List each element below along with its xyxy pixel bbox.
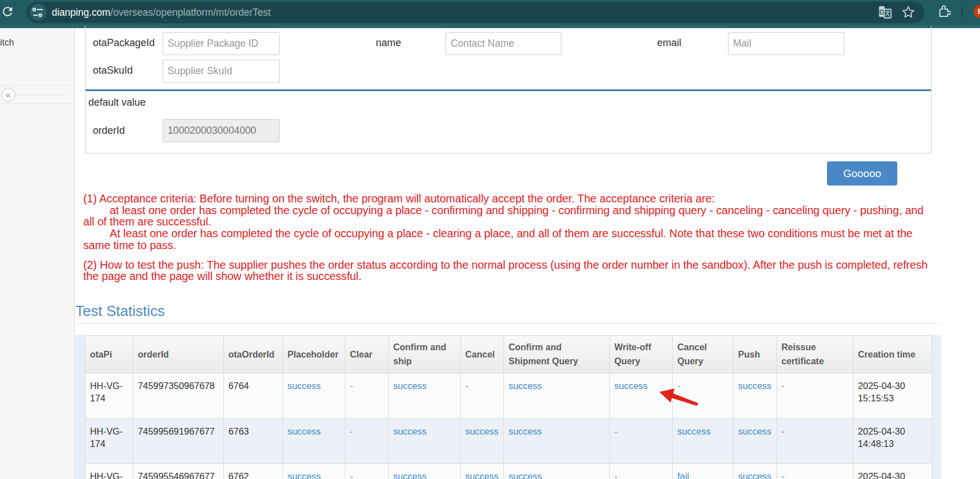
svg-text:G: G bbox=[879, 8, 884, 16]
